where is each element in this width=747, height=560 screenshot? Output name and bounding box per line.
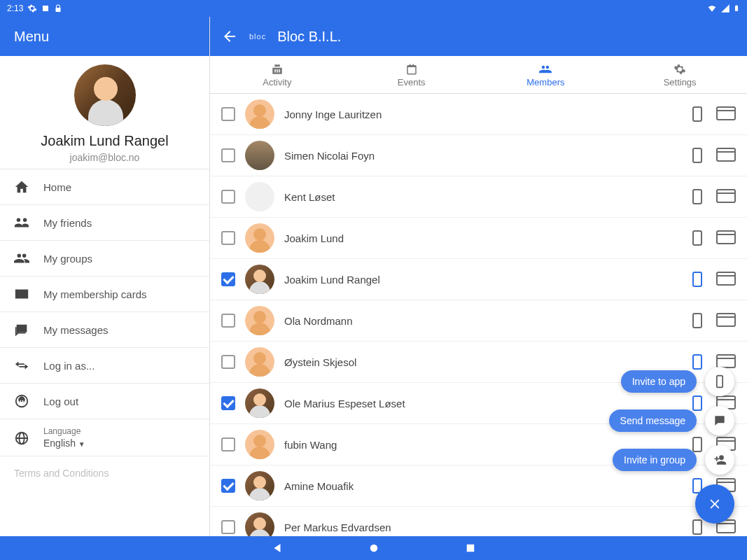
member-avatar[interactable] — [245, 306, 274, 335]
tab-label: Activity — [263, 77, 291, 88]
sidebar-item-friends[interactable]: My friends — [0, 205, 209, 241]
member-row[interactable]: Joakim Lund Rangel — [210, 259, 747, 300]
tab-events[interactable]: Events — [344, 56, 479, 93]
page-title: Bloc B.I.L. — [277, 29, 341, 45]
member-avatar[interactable] — [245, 223, 274, 253]
phone-icon[interactable] — [692, 313, 702, 328]
card-icon[interactable] — [716, 148, 736, 162]
member-row[interactable]: Simen Nicolai Foyn — [210, 135, 747, 176]
back-arrow-icon[interactable] — [221, 28, 238, 45]
member-row[interactable]: Ola Nordmann — [210, 300, 747, 342]
svg-rect-1 — [717, 376, 722, 388]
member-checkbox[interactable] — [221, 148, 235, 162]
member-avatar[interactable] — [245, 141, 274, 170]
nav-home-icon[interactable] — [368, 542, 380, 554]
brand-logo: bloc — [249, 32, 266, 41]
member-name: Simen Nicolai Foyn — [284, 150, 683, 162]
fab-action-chat: Send message — [609, 406, 734, 435]
sidebar-item-terms[interactable]: Terms and Conditions — [0, 456, 209, 490]
messages-icon — [14, 322, 29, 337]
sidebar-item-home[interactable]: Home — [0, 169, 209, 205]
member-avatar[interactable] — [245, 471, 274, 500]
status-time: 2:13 — [7, 4, 23, 13]
phone-icon[interactable] — [692, 148, 702, 163]
member-name: Jonny Inge Lauritzen — [284, 108, 683, 120]
menu-list: HomeMy friendsMy groupsMy membership car… — [0, 169, 209, 536]
member-avatar[interactable] — [245, 512, 274, 536]
sidebar-item-logout[interactable]: Log out — [0, 384, 209, 419]
android-status-bar: 2:13 — [0, 0, 747, 17]
member-avatar[interactable] — [245, 430, 274, 459]
member-row[interactable]: Joakim Lund — [210, 218, 747, 259]
card-icon[interactable] — [716, 106, 736, 120]
card-icon[interactable] — [716, 313, 736, 327]
member-checkbox[interactable] — [221, 479, 235, 493]
square-icon — [41, 4, 50, 13]
personadd-icon — [713, 453, 727, 467]
tab-settings[interactable]: Settings — [613, 56, 747, 93]
logout-icon — [14, 393, 29, 409]
member-actions — [692, 189, 736, 204]
nav-back-icon[interactable] — [271, 542, 284, 554]
sidebar-item-label: My messages — [43, 324, 109, 336]
sidebar-item-swap[interactable]: Log in as... — [0, 348, 209, 384]
member-checkbox[interactable] — [221, 396, 235, 410]
fab-close-button[interactable] — [695, 484, 734, 524]
sidebar-item-language[interactable]: LanguageEnglish ▼ — [0, 419, 209, 456]
member-checkbox[interactable] — [221, 314, 235, 328]
member-row[interactable]: Kent Løset — [210, 176, 747, 218]
tabs: ActivityEventsMembersSettings — [210, 56, 747, 94]
phone-icon[interactable] — [692, 106, 702, 122]
member-checkbox[interactable] — [221, 190, 235, 204]
member-avatar[interactable] — [245, 388, 274, 418]
member-actions — [692, 272, 736, 287]
member-checkbox[interactable] — [221, 438, 235, 451]
fab-mini-button[interactable] — [705, 367, 734, 396]
globe-icon — [14, 430, 29, 446]
tab-label: Members — [526, 77, 564, 88]
profile-avatar[interactable] — [74, 64, 136, 126]
sidebar-item-card[interactable]: My membership cards — [0, 276, 209, 312]
member-checkbox[interactable] — [221, 272, 235, 286]
svg-rect-3 — [466, 545, 474, 552]
profile-email: joakim@bloc.no — [0, 152, 209, 163]
member-checkbox[interactable] — [221, 231, 235, 245]
member-actions — [692, 106, 736, 122]
card-icon[interactable] — [716, 230, 736, 244]
fab-label[interactable]: Invite in group — [613, 449, 697, 471]
member-name: Øystein Skjesol — [284, 356, 683, 368]
member-checkbox[interactable] — [221, 520, 235, 534]
phone-icon[interactable] — [692, 272, 702, 287]
member-checkbox[interactable] — [221, 355, 235, 369]
svg-rect-0 — [43, 6, 48, 11]
android-nav-bar — [0, 536, 747, 560]
card-icon[interactable] — [716, 354, 736, 368]
member-checkbox[interactable] — [221, 107, 235, 121]
member-avatar[interactable] — [245, 347, 274, 377]
signal-icon — [720, 4, 730, 13]
phone-icon[interactable] — [692, 189, 702, 204]
member-avatar[interactable] — [245, 182, 274, 211]
fab-label[interactable]: Send message — [609, 410, 697, 432]
sidebar-item-messages[interactable]: My messages — [0, 312, 209, 348]
sidebar-item-label: My groups — [43, 253, 92, 265]
card-icon — [14, 286, 29, 302]
events-icon — [405, 63, 418, 76]
tab-members[interactable]: Members — [479, 56, 613, 93]
fab-mini-button[interactable] — [705, 445, 734, 475]
svg-point-2 — [370, 545, 377, 552]
card-icon[interactable] — [716, 189, 736, 203]
fab-mini-button[interactable] — [705, 406, 734, 435]
member-row[interactable]: Jonny Inge Lauritzen — [210, 94, 747, 135]
card-icon[interactable] — [716, 272, 736, 286]
nav-recent-icon[interactable] — [464, 542, 477, 554]
friends-icon — [14, 215, 29, 230]
sidebar-item-label: My membership cards — [43, 288, 147, 300]
sidebar-item-groups[interactable]: My groups — [0, 241, 209, 276]
member-avatar[interactable] — [245, 265, 274, 294]
member-avatar[interactable] — [245, 99, 274, 129]
tab-activity[interactable]: Activity — [210, 56, 344, 93]
fab-label[interactable]: Invite to app — [621, 370, 697, 393]
phone-icon[interactable] — [692, 230, 702, 246]
profile-name: Joakim Lund Rangel — [0, 133, 209, 149]
